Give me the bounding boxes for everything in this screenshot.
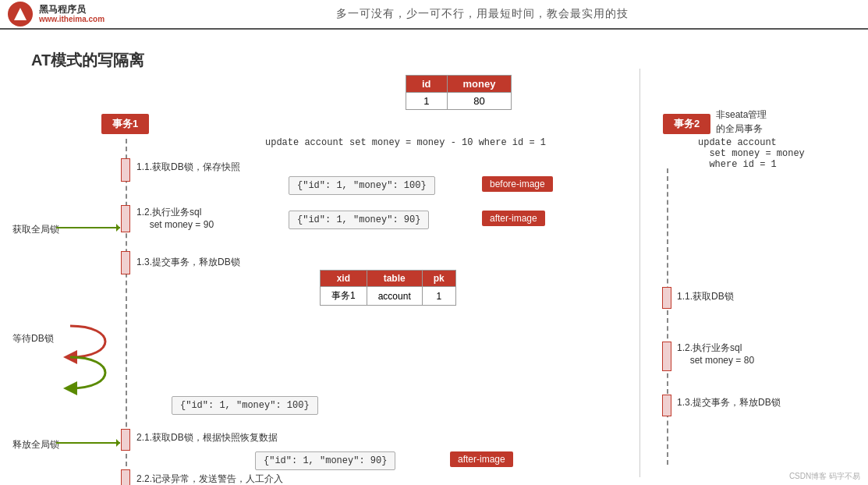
db-table-header-id: id (406, 76, 448, 93)
after-image-badge: after-image (482, 211, 545, 226)
rollback-after-json: {"id": 1, "money": 90} (255, 451, 395, 470)
step2-2-rect (121, 469, 130, 485)
release-lock-arrow (56, 442, 120, 444)
header-slogan: 多一可没有，少一可不行，用最短时间，教会最实用的技 (105, 7, 860, 21)
t2-step3-rect (662, 395, 671, 416)
t2-step1-label: 1.1.获取DB锁 (677, 290, 734, 303)
transaction2-label: 事务2 (663, 114, 710, 134)
logo-area: 黑马程序员 www.itheima.com (8, 2, 105, 27)
wait-db-lock-label: 等待DB锁 (12, 332, 54, 345)
wait-arrows-svg (55, 318, 133, 396)
undo-pk-cell: 1 (422, 287, 455, 306)
t2-step2-label: 1.2.执行业务sql set money = 80 (677, 342, 754, 366)
transaction2-side-label: 非seata管理 的全局事务 (716, 108, 767, 136)
undo-log-table: xid table pk 事务1 account 1 (320, 270, 456, 306)
main-content: AT模式的写隔离 id money 1 80 事务1 update accoun… (0, 30, 868, 485)
undo-xid-cell: 事务1 (321, 287, 367, 306)
undo-table-cell: account (367, 287, 422, 306)
logo-name: 黑马程序员 (39, 4, 105, 15)
page-title: AT模式的写隔离 (31, 50, 144, 71)
logo-icon (8, 2, 33, 27)
after-image-json: {"id": 1, "money": 90} (289, 211, 429, 229)
db-table-cell-money: 80 (447, 93, 512, 110)
logo-text: 黑马程序员 www.itheima.com (39, 4, 105, 24)
rollback-json-text: {"id": 1, "money": 100} (180, 400, 310, 411)
after-image-text: {"id": 1, "money": 90} (297, 214, 420, 225)
t2-sql-text: update account set money = money where i… (698, 137, 805, 170)
step2-2-label: 2.2.记录异常，发送警告，人工介入 (136, 473, 283, 485)
sql-update-text: update account set money = money - 10 wh… (265, 137, 546, 148)
transaction1-label: 事务1 (101, 114, 149, 134)
rollback-after-badge: after-image (450, 451, 513, 467)
timeline1 (126, 139, 127, 466)
release-global-lock-label: 释放全局锁 (12, 438, 59, 451)
undo-table-header: table (367, 271, 422, 287)
before-image-text: {"id": 1, "money": 100} (297, 180, 427, 191)
t2-step1-rect (662, 287, 671, 309)
undo-xid-header: xid (321, 271, 367, 287)
svg-marker-0 (14, 8, 27, 20)
step1-1-label: 1.1.获取DB锁，保存快照 (136, 161, 240, 174)
step2-1-rect (121, 429, 130, 451)
undo-pk-header: pk (422, 271, 455, 287)
header: 黑马程序员 www.itheima.com 多一可没有，少一可不行，用最短时间，… (0, 0, 868, 30)
step1-3-label: 1.3.提交事务，释放DB锁 (136, 256, 240, 269)
rollback-after-text: {"id": 1, "money": 90} (264, 455, 387, 466)
logo-sub: www.itheima.com (39, 15, 105, 24)
step1-3-rect (121, 251, 130, 274)
db-table-header-money: money (447, 76, 512, 93)
before-image-badge: before-image (482, 176, 553, 192)
section-divider (639, 69, 640, 477)
global-lock-arrow (56, 227, 120, 228)
watermark: CSDN博客 码字不易 (789, 471, 860, 482)
db-table-cell-id: 1 (406, 93, 448, 110)
step1-1-rect (121, 158, 130, 182)
t2-step2-rect (662, 342, 671, 371)
rollback-json-box: {"id": 1, "money": 100} (172, 396, 318, 415)
timeline2 (667, 168, 668, 465)
db-table: id money 1 80 (406, 75, 512, 110)
step1-2-label: 1.2.执行业务sql set money = 90 (136, 206, 214, 230)
t2-step3-label: 1.3.提交事务，释放DB锁 (677, 396, 781, 409)
get-global-lock-label: 获取全局锁 (12, 223, 59, 236)
undo-row: 事务1 account 1 (321, 287, 456, 306)
step2-1-label: 2.1.获取DB锁，根据快照恢复数据 (136, 431, 278, 444)
db-table-row: 1 80 (406, 93, 512, 110)
before-image-json: {"id": 1, "money": 100} (289, 176, 435, 195)
